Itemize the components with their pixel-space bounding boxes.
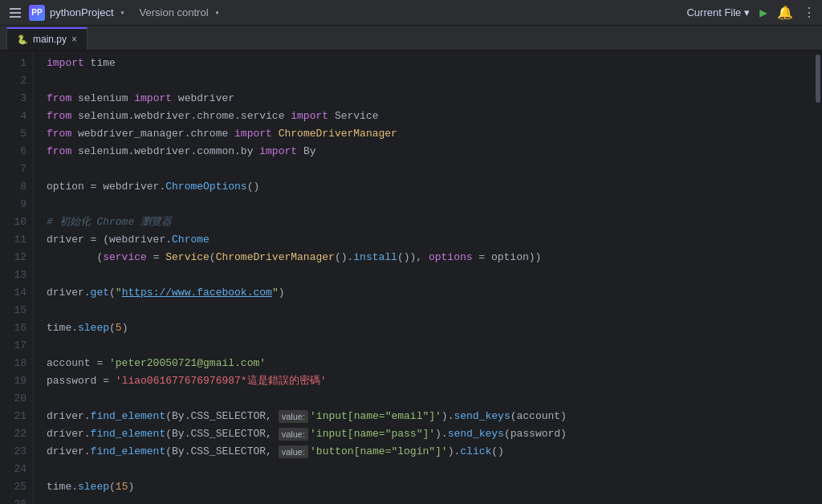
code-line-17 [47,337,814,355]
code-line-20 [47,390,814,408]
line-num-16: 16 [0,319,26,337]
code-line-7 [47,161,814,178]
line-num-26: 26 [0,496,26,504]
code-line-24 [47,461,814,478]
app-logo: PP [29,5,45,21]
line-num-2: 2 [0,72,26,90]
code-line-8: option = webdriver.ChromeOptions() [47,178,814,196]
line-num-21: 21 [0,408,26,425]
code-line-6: from selenium.webdriver.common.by import… [47,143,814,161]
tab-close-button[interactable]: × [71,34,77,45]
scrollbar-thumb[interactable] [816,55,820,103]
code-line-11: driver = (webdriver.Chrome [47,231,814,249]
line-num-18: 18 [0,355,26,372]
line-num-11: 11 [0,231,26,249]
code-line-15 [47,302,814,319]
python-file-icon: 🐍 [17,35,28,45]
line-num-13: 13 [0,266,26,284]
code-line-19: password = 'liao061677676976987*這是錯誤的密碼' [47,372,814,390]
titlebar-left: PP pythonProject ▾ Version control ▾ [6,5,220,21]
tabbar: 🐍 main.py × [0,26,822,51]
editor: 1 2 3 4 5 6 7 8 9 10 11 12 13 14 15 16 1… [0,51,822,504]
code-line-23: driver.find_element(By.CSS_SELECTOR, val… [47,443,814,461]
code-line-18: account = 'peter20050721@gmail.com' [47,355,814,372]
line-num-8: 8 [0,178,26,196]
line-num-23: 23 [0,443,26,461]
line-num-9: 9 [0,196,26,213]
code-line-14: driver.get("https://www.facebook.com") [47,284,814,302]
notifications-icon[interactable]: 🔔 [777,5,793,21]
code-line-5: from webdriver_manager.chrome import Chr… [47,125,814,143]
line-num-10: 10 [0,213,26,231]
version-control-menu[interactable]: Version control [140,6,209,18]
line-num-25: 25 [0,478,26,496]
line-num-20: 20 [0,390,26,408]
line-numbers: 1 2 3 4 5 6 7 8 9 10 11 12 13 14 15 16 1… [0,51,34,504]
line-num-7: 7 [0,161,26,178]
code-line-3: from selenium import webdriver [47,90,814,108]
line-num-17: 17 [0,337,26,355]
code-line-2 [47,72,814,90]
code-line-12: (service = Service(ChromeDriverManager()… [47,249,814,266]
line-num-5: 5 [0,125,26,143]
code-line-25: time.sleep(15) [47,478,814,496]
titlebar-right: Current File ▾ ▶ 🔔 ⋮ [686,5,816,21]
more-options-icon[interactable]: ⋮ [803,5,816,21]
code-line-21: driver.find_element(By.CSS_SELECTOR, val… [47,408,814,425]
line-num-15: 15 [0,302,26,319]
line-num-14: 14 [0,284,26,302]
run-button[interactable]: ▶ [759,5,767,21]
current-file-label: Current File [686,6,741,18]
code-line-22: driver.find_element(By.CSS_SELECTOR, val… [47,425,814,443]
line-num-12: 12 [0,249,26,266]
project-chevron-icon[interactable]: ▾ [120,8,125,18]
vertical-scrollbar[interactable] [814,51,822,504]
line-num-22: 22 [0,425,26,443]
code-line-10: # 初始化 Chrome 瀏覽器 [47,213,814,231]
line-num-1: 1 [0,55,26,72]
titlebar: PP pythonProject ▾ Version control ▾ Cur… [0,0,822,26]
tab-filename: main.py [33,34,67,45]
code-line-9 [47,196,814,213]
code-line-1: import time [47,55,814,72]
current-file-chevron-icon: ▾ [744,6,750,18]
current-file-button[interactable]: Current File ▾ [686,6,750,18]
code-line-26 [47,496,814,504]
line-num-19: 19 [0,372,26,390]
project-name[interactable]: pythonProject [50,6,114,18]
line-num-4: 4 [0,108,26,125]
line-num-6: 6 [0,143,26,161]
version-control-chevron-icon[interactable]: ▾ [215,8,220,18]
hamburger-menu[interactable] [6,5,24,21]
line-num-24: 24 [0,461,26,478]
code-line-4: from selenium.webdriver.chrome.service i… [47,108,814,125]
line-num-3: 3 [0,90,26,108]
code-editor[interactable]: import time from selenium import webdriv… [34,51,814,504]
code-line-13 [47,266,814,284]
tab-main-py[interactable]: 🐍 main.py × [6,27,87,50]
code-line-16: time.sleep(5) [47,319,814,337]
